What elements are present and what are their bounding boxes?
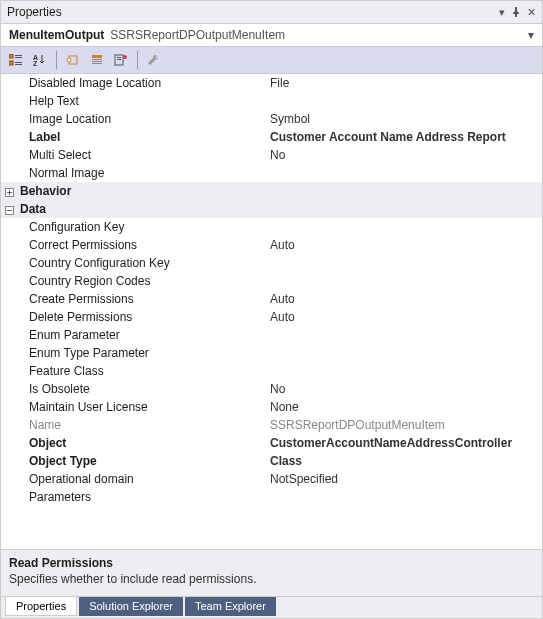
table-row[interactable]: LabelCustomer Account Name Address Repor… (1, 128, 542, 146)
table-row[interactable]: Delete PermissionsAuto (1, 308, 542, 326)
svg-rect-12 (92, 61, 102, 62)
table-row[interactable]: Country Configuration Key (1, 254, 542, 272)
property-grid-scroll[interactable]: Disabled Image LocationFile Help Text Im… (1, 74, 542, 549)
svg-rect-3 (9, 61, 13, 65)
property-grid: Disabled Image LocationFile Help Text Im… (1, 74, 542, 506)
table-row[interactable]: ObjectCustomerAccountNameAddressControll… (1, 434, 542, 452)
table-row[interactable]: Parameters (1, 488, 542, 506)
tab-properties[interactable]: Properties (5, 597, 77, 616)
svg-rect-4 (15, 62, 22, 63)
table-row[interactable]: Operational domainNotSpecified (1, 470, 542, 488)
svg-rect-0 (9, 54, 13, 58)
pin-icon[interactable] (511, 7, 521, 17)
table-row[interactable]: Feature Class (1, 362, 542, 380)
tab-solution-explorer[interactable]: Solution Explorer (79, 597, 183, 616)
property-grid-wrap: Disabled Image LocationFile Help Text Im… (1, 74, 542, 549)
window-title: Properties (7, 5, 62, 19)
table-row[interactable]: Maintain User LicenseNone (1, 398, 542, 416)
changed-button[interactable] (110, 50, 132, 70)
svg-rect-1 (15, 55, 22, 56)
object-type: MenuItemOutput (9, 28, 104, 42)
titlebar-controls: ▾ ✕ (499, 6, 536, 19)
close-icon[interactable]: ✕ (527, 6, 536, 19)
collapse-icon[interactable]: − (5, 206, 14, 215)
svg-rect-13 (92, 63, 102, 64)
toolbar-separator (137, 51, 138, 69)
table-row[interactable]: Country Region Codes (1, 272, 542, 290)
description-text: Specifies whether to include read permis… (9, 572, 534, 586)
table-row[interactable]: Object TypeClass (1, 452, 542, 470)
object-selector[interactable]: MenuItemOutput SSRSReportDPOutputMenuIte… (1, 24, 542, 47)
category-behavior[interactable]: +Behavior (1, 182, 542, 200)
titlebar: Properties ▾ ✕ (1, 1, 542, 24)
extensions-button[interactable] (62, 50, 84, 70)
object-name: SSRSReportDPOutputMenuItem (110, 28, 285, 42)
toolbar-separator (56, 51, 57, 69)
events-button[interactable] (86, 50, 108, 70)
svg-rect-15 (117, 57, 121, 58)
svg-rect-10 (92, 55, 102, 58)
description-title: Read Permissions (9, 556, 534, 570)
table-row[interactable]: Disabled Image LocationFile (1, 74, 542, 92)
svg-rect-5 (15, 64, 22, 65)
svg-point-9 (67, 58, 71, 62)
table-row[interactable]: Normal Image (1, 164, 542, 182)
table-row[interactable]: Correct PermissionsAuto (1, 236, 542, 254)
table-row[interactable]: NameSSRSReportDPOutputMenuItem (1, 416, 542, 434)
wrench-button[interactable] (143, 50, 165, 70)
table-row[interactable]: Create PermissionsAuto (1, 290, 542, 308)
bottom-tabs: Properties Solution Explorer Team Explor… (1, 596, 542, 618)
svg-point-17 (123, 55, 127, 59)
chevron-down-icon[interactable]: ▾ (528, 28, 534, 42)
svg-rect-11 (92, 59, 102, 60)
table-row[interactable]: Is ObsoleteNo (1, 380, 542, 398)
description-pane: Read Permissions Specifies whether to in… (1, 549, 542, 596)
svg-rect-2 (15, 57, 22, 58)
alphabetical-button[interactable]: AZ (29, 50, 51, 70)
category-data[interactable]: −Data (1, 200, 542, 218)
dropdown-icon[interactable]: ▾ (499, 6, 505, 19)
table-row[interactable]: Configuration Key (1, 218, 542, 236)
expand-icon[interactable]: + (5, 188, 14, 197)
svg-text:Z: Z (33, 60, 38, 66)
tab-team-explorer[interactable]: Team Explorer (185, 597, 276, 616)
toolbar: AZ (1, 47, 542, 74)
table-row[interactable]: Enum Type Parameter (1, 344, 542, 362)
table-row[interactable]: Enum Parameter (1, 326, 542, 344)
table-row[interactable]: Image LocationSymbol (1, 110, 542, 128)
svg-rect-16 (117, 59, 121, 60)
categorized-button[interactable] (5, 50, 27, 70)
table-row[interactable]: Multi SelectNo (1, 146, 542, 164)
table-row[interactable]: Help Text (1, 92, 542, 110)
